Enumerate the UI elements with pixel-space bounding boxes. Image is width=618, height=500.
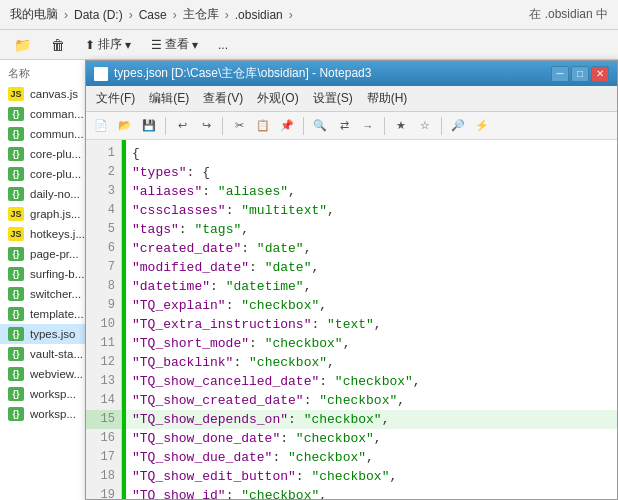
notepad-app-icon	[94, 67, 108, 81]
np-paste-btn[interactable]: 📌	[276, 115, 298, 137]
np-sep1	[165, 117, 166, 135]
file-type-icon-5: {}	[8, 187, 24, 201]
new-folder-btn[interactable]: 📁	[10, 35, 35, 55]
sort-chevron-icon: ▾	[125, 38, 131, 52]
breadcrumb-obsidian[interactable]: .obsidian	[235, 8, 283, 22]
notepad-menubar: 文件(F) 编辑(E) 查看(V) 外观(O) 设置(S) 帮助(H)	[86, 86, 617, 112]
line-num-13: 13	[86, 372, 121, 391]
minimize-button[interactable]: ─	[551, 66, 569, 82]
np-replace-btn[interactable]: ⇄	[333, 115, 355, 137]
file-type-icon-9: {}	[8, 267, 24, 281]
line-num-5: 5	[86, 220, 121, 239]
breadcrumb-main[interactable]: 主仓库	[183, 6, 219, 23]
sidebar-item-name-8: page-pr...	[30, 248, 79, 260]
np-bookmark2-btn[interactable]: ☆	[414, 115, 436, 137]
np-sep3	[303, 117, 304, 135]
menu-appearance[interactable]: 外观(O)	[251, 88, 304, 109]
menu-settings[interactable]: 设置(S)	[307, 88, 359, 109]
notepad-title-text: types.json [D:\Case\主仓库\obsidian] - Note…	[114, 65, 371, 82]
code-line-16: "TQ_show_done_date": "checkbox",	[126, 429, 617, 448]
np-goto-btn[interactable]: →	[357, 115, 379, 137]
notepad-toolbar: 📄 📂 💾 ↩ ↪ ✂ 📋 📌 🔍 ⇄ → ★ ☆ 🔎 ⚡	[86, 112, 617, 140]
code-line-9: "TQ_explain": "checkbox",	[126, 296, 617, 315]
code-line-7: "modified_date": "date",	[126, 258, 617, 277]
explorer-toolbar: 📁 🗑 ⬆ 排序 ▾ ☰ 查看 ▾ ...	[0, 30, 618, 60]
delete-btn[interactable]: 🗑	[47, 35, 69, 55]
menu-edit[interactable]: 编辑(E)	[143, 88, 195, 109]
sidebar-item-name-3: core-plu...	[30, 148, 81, 160]
sort-icon: ⬆	[85, 38, 95, 52]
np-cut-btn[interactable]: ✂	[228, 115, 250, 137]
np-save-btn[interactable]: 💾	[138, 115, 160, 137]
line-num-18: 18	[86, 467, 121, 486]
code-line-8: "datetime": "datetime",	[126, 277, 617, 296]
line-num-1: 1	[86, 144, 121, 163]
view-btn[interactable]: ☰ 查看 ▾	[147, 34, 202, 55]
line-num-19: 19	[86, 486, 121, 499]
line-num-3: 3	[86, 182, 121, 201]
line-num-8: 8	[86, 277, 121, 296]
sep4: ›	[225, 8, 229, 22]
notepad-title-group: types.json [D:\Case\主仓库\obsidian] - Note…	[94, 65, 371, 82]
code-editor[interactable]: 12345678910111213141516171819 { "types":…	[86, 140, 617, 499]
np-copy-btn[interactable]: 📋	[252, 115, 274, 137]
menu-help[interactable]: 帮助(H)	[361, 88, 414, 109]
file-type-icon-12: {}	[8, 327, 24, 341]
file-type-icon-6: JS	[8, 207, 24, 221]
code-line-2: "types": {	[126, 163, 617, 182]
code-line-4: "cssclasses": "multitext",	[126, 201, 617, 220]
np-new-btn[interactable]: 📄	[90, 115, 112, 137]
sort-btn[interactable]: ⬆ 排序 ▾	[81, 34, 135, 55]
file-type-icon-14: {}	[8, 367, 24, 381]
line-num-15: 15	[86, 410, 121, 429]
file-type-icon-16: {}	[8, 407, 24, 421]
code-line-3: "aliases": "aliases",	[126, 182, 617, 201]
code-line-5: "tags": "tags",	[126, 220, 617, 239]
line-num-16: 16	[86, 429, 121, 448]
sidebar-item-name-2: commun...	[30, 128, 84, 140]
np-find-btn[interactable]: 🔍	[309, 115, 331, 137]
search-hint: 在 .obsidian 中	[529, 6, 608, 23]
line-num-14: 14	[86, 391, 121, 410]
sidebar-item-name-1: comman...	[30, 108, 84, 120]
file-type-icon-4: {}	[8, 167, 24, 181]
maximize-button[interactable]: □	[571, 66, 589, 82]
breadcrumb-case[interactable]: Case	[139, 8, 167, 22]
np-search-btn[interactable]: 🔎	[447, 115, 469, 137]
sep5: ›	[289, 8, 293, 22]
line-num-12: 12	[86, 353, 121, 372]
sep3: ›	[173, 8, 177, 22]
file-type-icon-7: JS	[8, 227, 24, 241]
sidebar-item-name-13: vault-sta...	[30, 348, 83, 360]
file-type-icon-15: {}	[8, 387, 24, 401]
np-sep5	[441, 117, 442, 135]
menu-file[interactable]: 文件(F)	[90, 88, 141, 109]
np-undo-btn[interactable]: ↩	[171, 115, 193, 137]
breadcrumb-drive[interactable]: Data (D:)	[74, 8, 123, 22]
code-line-12: "TQ_backlink": "checkbox",	[126, 353, 617, 372]
code-line-19: "TQ_show_id": "checkbox",	[126, 486, 617, 499]
menu-view[interactable]: 查看(V)	[197, 88, 249, 109]
sidebar-item-name-16: worksp...	[30, 408, 76, 420]
notepad-window: types.json [D:\Case\主仓库\obsidian] - Note…	[85, 60, 618, 500]
close-button[interactable]: ✕	[591, 66, 609, 82]
more-btn[interactable]: ...	[214, 36, 232, 54]
notepad-titlebar: types.json [D:\Case\主仓库\obsidian] - Note…	[86, 61, 617, 86]
np-search2-btn[interactable]: ⚡	[471, 115, 493, 137]
np-redo-btn[interactable]: ↪	[195, 115, 217, 137]
file-type-icon-0: JS	[8, 87, 24, 101]
np-open-btn[interactable]: 📂	[114, 115, 136, 137]
more-label: ...	[218, 38, 228, 52]
sidebar-item-name-11: template...	[30, 308, 84, 320]
code-line-14: "TQ_show_created_date": "checkbox",	[126, 391, 617, 410]
code-content[interactable]: { "types": { "aliases": "aliases", "cssc…	[126, 140, 617, 499]
line-num-4: 4	[86, 201, 121, 220]
np-sep2	[222, 117, 223, 135]
file-type-icon-3: {}	[8, 147, 24, 161]
sidebar-item-name-9: surfing-b...	[30, 268, 84, 280]
sidebar-item-name-6: graph.js...	[30, 208, 81, 220]
file-type-icon-2: {}	[8, 127, 24, 141]
breadcrumb-mypc[interactable]: 我的电脑	[10, 6, 58, 23]
np-bookmark-btn[interactable]: ★	[390, 115, 412, 137]
file-type-icon-1: {}	[8, 107, 24, 121]
